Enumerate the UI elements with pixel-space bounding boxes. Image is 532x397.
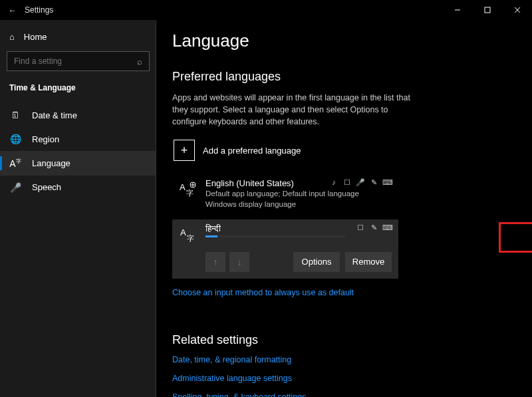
content-pane: Language Preferred languages Apps and we… [156, 20, 532, 397]
language-subtitle: Windows display language [205, 199, 392, 209]
add-language-button[interactable]: + Add a preferred language [172, 137, 398, 164]
handwriting-icon: ✎ [369, 178, 378, 187]
close-button[interactable] [502, 0, 532, 20]
input-method-link[interactable]: Choose an input method to always use as … [172, 288, 519, 297]
handwriting-icon: ✎ [369, 223, 378, 232]
back-icon[interactable]: ← [8, 5, 17, 15]
language-card-english[interactable]: A字 English (United States) Default app l… [172, 174, 398, 213]
sidebar: ⌂ Home ⌕ Time & Language 🗓 Date & time 🌐… [0, 20, 156, 397]
language-glyph-icon: A字 [179, 225, 198, 243]
sidebar-group-header: Time & Language [0, 80, 156, 103]
language-icon: A字 [9, 158, 21, 169]
related-settings-heading: Related settings [172, 333, 519, 347]
svg-rect-1 [485, 7, 490, 13]
home-button[interactable]: ⌂ Home [0, 28, 156, 51]
language-card-hindi[interactable]: A字 हिन्दी ↑ ↓ Options Remove [172, 219, 398, 279]
titlebar: ← Settings [0, 0, 532, 20]
sidebar-item-label: Region [32, 134, 59, 144]
sidebar-item-date-time[interactable]: 🗓 Date & time [0, 103, 156, 127]
preferred-languages-heading: Preferred languages [172, 70, 519, 84]
add-language-label: Add a preferred language [203, 146, 301, 156]
options-button[interactable]: Options [293, 252, 340, 272]
region-icon: 🌐 [9, 134, 21, 144]
search-icon: ⌕ [137, 57, 142, 66]
svg-text:A: A [180, 182, 186, 192]
sidebar-item-speech[interactable]: 🎤 Speech [0, 176, 156, 199]
page-title: Language [172, 31, 519, 51]
sidebar-item-label: Language [32, 158, 70, 168]
search-field[interactable] [14, 57, 137, 66]
language-subtitle: Default app language; Default input lang… [205, 188, 392, 199]
maximize-button[interactable] [472, 0, 502, 20]
preferred-languages-desc: Apps and websites will appear in the fir… [172, 92, 418, 128]
home-icon: ⌂ [9, 32, 15, 42]
plus-icon: + [174, 140, 195, 161]
annotation-highlight [499, 222, 532, 253]
display-icon: ☐ [342, 178, 352, 187]
svg-text:字: 字 [187, 234, 194, 242]
sidebar-item-region[interactable]: 🌐 Region [0, 127, 156, 151]
related-link-spelling[interactable]: Spelling, typing, & keyboard settings [172, 392, 519, 397]
sidebar-item-label: Date & time [32, 110, 77, 120]
download-progress [205, 235, 345, 237]
window-title: Settings [25, 5, 53, 15]
language-glyph-icon: A字 [179, 180, 198, 198]
remove-button[interactable]: Remove [345, 252, 392, 272]
sidebar-item-label: Speech [32, 182, 61, 192]
language-feature-icons: ♪ ☐ 🎤 ✎ ⌨ [329, 178, 392, 187]
speech-recog-icon: 🎤 [356, 178, 365, 187]
language-feature-icons: ☐ ✎ ⌨ [356, 223, 392, 232]
move-up-button[interactable]: ↑ [205, 252, 225, 272]
related-link-admin[interactable]: Administrative language settings [172, 374, 519, 383]
minimize-button[interactable] [442, 0, 472, 20]
move-down-button[interactable]: ↓ [229, 252, 249, 272]
svg-text:A: A [180, 227, 186, 237]
search-input[interactable]: ⌕ [7, 51, 150, 71]
tts-icon: ♪ [329, 178, 338, 187]
home-label: Home [24, 32, 47, 42]
keyboard-icon: ⌨ [382, 178, 392, 187]
keyboard-icon: ⌨ [382, 223, 392, 232]
display-icon: ☐ [356, 223, 365, 232]
date-icon: 🗓 [9, 110, 21, 120]
speech-icon: 🎤 [9, 182, 21, 193]
svg-text:字: 字 [186, 189, 194, 197]
sidebar-item-language[interactable]: A字 Language [0, 151, 156, 176]
related-link-date-time[interactable]: Date, time, & regional formatting [172, 355, 519, 364]
